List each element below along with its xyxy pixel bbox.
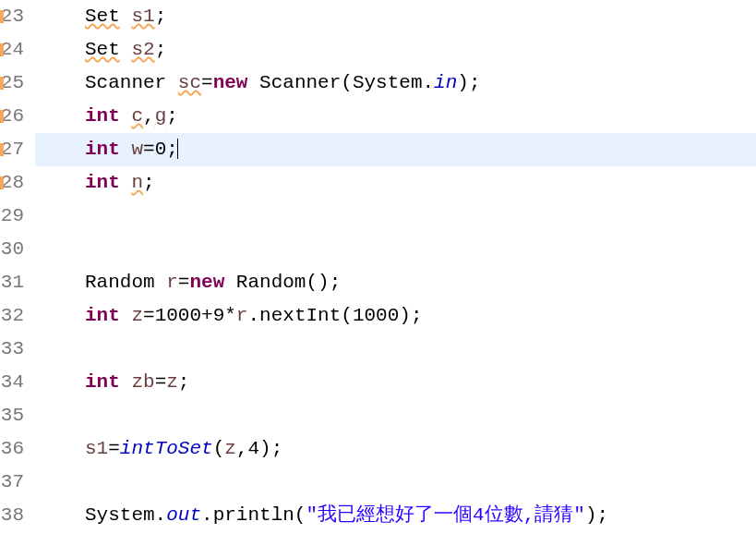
code-line[interactable] xyxy=(35,466,756,499)
code-token: int xyxy=(85,139,120,160)
line-number-text: 35 xyxy=(1,405,24,426)
code-token: , xyxy=(143,105,155,127)
line-number: 34 xyxy=(0,366,28,399)
code-line[interactable] xyxy=(35,233,756,266)
code-token: ; xyxy=(143,172,155,193)
line-number: 36 xyxy=(0,432,28,466)
code-token: Random xyxy=(85,272,166,293)
code-token: ; xyxy=(155,6,167,27)
warning-marker-icon xyxy=(0,10,4,23)
code-token: new xyxy=(189,272,224,293)
code-token: w xyxy=(131,139,143,160)
code-token: = xyxy=(108,438,120,459)
code-token: ); xyxy=(457,72,480,93)
line-number: 32 xyxy=(0,299,28,333)
code-token xyxy=(120,371,132,393)
code-line[interactable]: Scanner sc=new Scanner(System.in); xyxy=(35,67,756,100)
code-token: = xyxy=(155,371,167,393)
line-number-text: 34 xyxy=(1,371,24,393)
line-number: 25 xyxy=(0,67,28,100)
warning-marker-icon xyxy=(0,77,4,90)
code-token: int xyxy=(85,371,120,393)
code-line[interactable]: s1=intToSet(z,4); xyxy=(35,432,756,466)
line-number-text: 26 xyxy=(1,105,24,127)
code-token: intToSet xyxy=(120,438,213,459)
code-token: r xyxy=(236,305,248,326)
code-token: ; xyxy=(166,105,178,127)
warning-marker-icon xyxy=(0,143,4,156)
code-token xyxy=(120,139,132,160)
code-token: Random(); xyxy=(224,272,341,293)
line-number: 35 xyxy=(0,399,28,432)
code-token xyxy=(120,6,132,27)
code-token: int xyxy=(85,172,120,193)
code-line[interactable]: Set s1; xyxy=(35,0,756,33)
code-token xyxy=(120,105,132,127)
code-token: "我已經想好了一個4位數,請猜" xyxy=(306,504,584,526)
code-token: g xyxy=(155,105,167,127)
code-token: r xyxy=(166,272,178,293)
code-token: Set xyxy=(85,6,120,27)
line-number: 31 xyxy=(0,266,28,299)
code-line[interactable] xyxy=(35,333,756,366)
code-token: z xyxy=(166,371,178,393)
code-token: =0; xyxy=(143,139,178,160)
line-number-text: 25 xyxy=(1,72,24,93)
line-number: 30 xyxy=(0,233,28,266)
line-number-text: 30 xyxy=(1,238,24,260)
line-number-text: 27 xyxy=(1,139,24,160)
code-line[interactable]: int zb=z; xyxy=(35,366,756,399)
code-area[interactable]: Set s1;Set s2;Scanner sc=new Scanner(Sys… xyxy=(35,0,756,534)
code-token: c xyxy=(131,105,143,127)
code-token: int xyxy=(85,305,120,326)
code-token: = xyxy=(201,72,213,93)
code-token xyxy=(120,39,132,60)
code-token: ,4); xyxy=(236,438,282,459)
code-token xyxy=(120,172,132,193)
line-number: 27 xyxy=(0,133,28,166)
code-token: ; xyxy=(155,39,167,60)
line-number-text: 32 xyxy=(1,305,24,326)
line-number-text: 36 xyxy=(1,438,24,459)
code-token: .println( xyxy=(201,504,306,526)
code-token: ( xyxy=(213,438,225,459)
warning-marker-icon xyxy=(0,110,4,123)
line-number: 23 xyxy=(0,0,28,33)
code-token: int xyxy=(85,105,120,127)
code-token: ; xyxy=(178,371,190,393)
code-token: =1000+9* xyxy=(143,305,236,326)
code-token: s2 xyxy=(131,39,154,60)
code-token: .nextInt(1000); xyxy=(247,305,422,326)
code-token: in xyxy=(434,72,457,93)
line-number: 26 xyxy=(0,100,28,133)
code-line[interactable]: int w=0; xyxy=(35,133,756,166)
code-token: System. xyxy=(85,504,166,526)
code-line[interactable]: Random r=new Random(); xyxy=(35,266,756,299)
warning-marker-icon xyxy=(0,43,4,56)
code-line[interactable]: int n; xyxy=(35,166,756,200)
code-token: Scanner(System. xyxy=(247,72,434,93)
code-line[interactable]: Set s2; xyxy=(35,33,756,67)
code-token: zb xyxy=(131,371,154,393)
code-token: ); xyxy=(585,504,608,526)
code-token: Scanner xyxy=(85,72,178,93)
code-token: s1 xyxy=(85,438,108,459)
code-line[interactable] xyxy=(35,399,756,432)
code-line[interactable]: int z=1000+9*r.nextInt(1000); xyxy=(35,299,756,333)
line-number-text: 38 xyxy=(1,504,24,526)
code-line[interactable]: System.out.println("我已經想好了一個4位數,請猜"); xyxy=(35,499,756,532)
code-token: sc xyxy=(178,72,201,93)
line-number: 38 xyxy=(0,499,28,532)
code-token: Set xyxy=(85,39,120,60)
code-line[interactable] xyxy=(35,200,756,233)
code-editor[interactable]: 23242526272829303132333435363738 Set s1;… xyxy=(0,0,756,534)
code-token xyxy=(120,305,132,326)
line-number-text: 23 xyxy=(1,6,24,27)
code-token: n xyxy=(131,172,143,193)
line-number-gutter: 23242526272829303132333435363738 xyxy=(0,0,35,534)
code-token: new xyxy=(213,72,248,93)
line-number-text: 37 xyxy=(1,471,24,492)
line-number-text: 31 xyxy=(1,272,24,293)
code-line[interactable]: int c,g; xyxy=(35,100,756,133)
code-token: z xyxy=(131,305,143,326)
